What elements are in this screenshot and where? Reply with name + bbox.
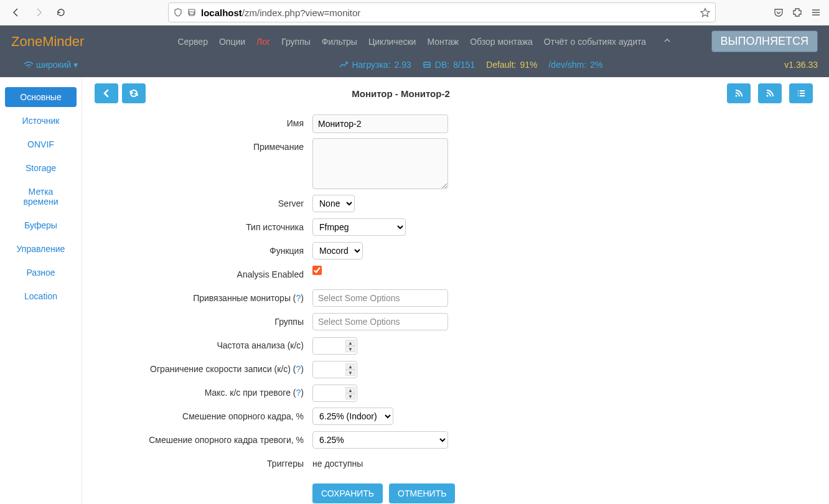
storage-value: 91% [520, 60, 537, 70]
database-icon [423, 60, 431, 69]
label-alarm-fps: Макс. к/с при тревоге (?) [126, 384, 312, 398]
server-select[interactable]: None [312, 195, 355, 212]
menu-log[interactable]: Лог [256, 37, 270, 47]
help-alarmfps[interactable]: ? [296, 388, 301, 398]
load-value: 2.93 [395, 60, 411, 70]
version-link[interactable]: v1.36.33 [784, 60, 818, 70]
label-triggers: Триггеры [126, 455, 312, 469]
status-db[interactable]: DB: 8/151 [423, 60, 475, 70]
menu-groups[interactable]: Группы [281, 37, 311, 47]
notes-textarea[interactable] [312, 138, 448, 189]
label-source-type: Тип источника [126, 218, 312, 232]
help-maxfps[interactable]: ? [296, 364, 301, 374]
spinner-down-icon[interactable]: ▼ [345, 393, 355, 399]
spinner-up-icon[interactable]: ▲ [345, 387, 355, 393]
name-input[interactable] [312, 114, 448, 133]
status-shm[interactable]: /dev/shm: 2% [548, 60, 602, 70]
browser-toolbar: localhost/zm/index.php?view=monitor [0, 0, 829, 26]
load-label: Нагрузка: [352, 60, 390, 70]
menu-montage[interactable]: Монтаж [427, 37, 459, 47]
help-linked[interactable]: ? [296, 293, 301, 303]
shm-label: /dev/shm: [548, 60, 586, 70]
svg-point-4 [767, 95, 769, 97]
label-analysis-enabled: Analysis Enabled [126, 266, 312, 279]
linked-monitors-select[interactable]: Select Some Options [312, 289, 448, 307]
list-button[interactable] [789, 83, 813, 103]
lock-icon [187, 8, 196, 17]
spinner-down-icon[interactable]: ▼ [345, 346, 355, 352]
monitor-form: Имя Примечание Server None Тип источника… [126, 114, 574, 503]
menu-filters[interactable]: Фильтры [322, 37, 357, 47]
svg-point-2 [28, 67, 29, 68]
pocket-icon[interactable] [773, 7, 784, 18]
label-max-fps: Ограничение скорости записи (к/с) (?) [126, 360, 312, 374]
brand-link[interactable]: ZoneMinder [11, 34, 84, 50]
rss-button-2[interactable] [758, 83, 782, 103]
spinner-up-icon[interactable]: ▲ [345, 340, 355, 346]
db-label: DB: [435, 60, 449, 70]
tab-onvif[interactable]: ONVIF [5, 134, 77, 154]
alarm-fps-input[interactable]: ▲▼ [312, 385, 357, 402]
spinner-up-icon[interactable]: ▲ [345, 363, 355, 370]
function-select[interactable]: Mocord [312, 242, 363, 259]
db-value: 8/151 [453, 60, 475, 70]
bandwidth-label: широкий [36, 60, 71, 70]
label-notes: Примечание [126, 138, 312, 152]
storage-label: Default: [486, 60, 516, 70]
save-button[interactable]: СОХРАНИТЬ [312, 483, 383, 503]
label-name: Имя [126, 114, 312, 128]
status-storage[interactable]: Default: 91% [486, 60, 537, 70]
wifi-icon [24, 61, 34, 68]
tab-source[interactable]: Источник [5, 111, 77, 131]
menu-cycle[interactable]: Циклически [368, 37, 416, 47]
spinner-down-icon[interactable]: ▼ [345, 370, 355, 376]
menu-options[interactable]: Опции [219, 37, 245, 47]
run-state-button[interactable]: ВЫПОЛНЯЕТСЯ [711, 30, 818, 52]
tab-storage[interactable]: Storage [5, 158, 77, 178]
label-linked-monitors: Привязанные мониторы (?) [126, 289, 312, 303]
label-function: Функция [126, 242, 312, 256]
url-bar[interactable]: localhost/zm/index.php?view=monitor [168, 2, 716, 22]
analysis-enabled-checkbox[interactable] [312, 266, 322, 275]
alarm-ref-blend-select[interactable]: 6.25% [312, 431, 448, 449]
ref-blend-select[interactable]: 6.25% (Indoor) [312, 408, 393, 425]
svg-point-3 [736, 95, 738, 97]
reload-button[interactable] [52, 4, 70, 21]
extensions-icon[interactable] [792, 7, 803, 18]
status-load[interactable]: Нагрузка: 2.93 [339, 60, 411, 70]
tab-timestamp[interactable]: Метка времени [5, 182, 77, 212]
url-text: localhost/zm/index.php?view=monitor [201, 7, 695, 18]
tab-location[interactable]: Location [5, 286, 77, 306]
menu-montage-review[interactable]: Обзор монтажа [470, 37, 533, 47]
tab-general[interactable]: Основные [5, 87, 77, 107]
app-topbar: ZoneMinder Сервер Опции Лог Группы Фильт… [0, 26, 829, 77]
label-analysis-fps: Частота анализа (к/с) [126, 337, 312, 350]
max-fps-input[interactable]: ▲▼ [312, 361, 357, 378]
back-button[interactable] [7, 4, 25, 21]
tab-misc[interactable]: Разное [5, 263, 77, 282]
label-alarm-ref-blend: Смешение опорного кадра тревоги, % [126, 431, 312, 445]
triggers-value: не доступны [312, 455, 363, 469]
source-type-select[interactable]: Ffmpeg [312, 218, 406, 236]
sidebar: Основные Источник ONVIF Storage Метка вр… [0, 77, 82, 504]
shield-icon [174, 8, 182, 17]
caret-down-icon: ▾ [73, 60, 78, 70]
cancel-button[interactable]: ОТМЕНИТЬ [389, 483, 455, 503]
menu-server[interactable]: Сервер [177, 37, 208, 47]
rss-button-1[interactable] [727, 83, 751, 103]
svg-rect-0 [189, 12, 194, 16]
menu-collapse-icon[interactable] [663, 37, 671, 47]
forward-button[interactable] [30, 4, 47, 21]
menu-audit-report[interactable]: Отчёт о событиях аудита [544, 37, 646, 47]
shm-value: 2% [590, 60, 602, 70]
bandwidth-selector[interactable]: широкий ▾ [24, 60, 78, 70]
analysis-fps-input[interactable]: ▲▼ [312, 337, 357, 355]
tab-buffers[interactable]: Буферы [5, 215, 77, 235]
groups-select[interactable]: Select Some Options [312, 313, 448, 330]
tab-control[interactable]: Управление [5, 239, 77, 259]
star-icon[interactable] [700, 7, 710, 17]
label-groups: Группы [126, 313, 312, 327]
trend-icon [339, 61, 348, 68]
menu-icon[interactable] [810, 7, 822, 18]
page-title: Монитор - Монитор-2 [75, 88, 727, 99]
